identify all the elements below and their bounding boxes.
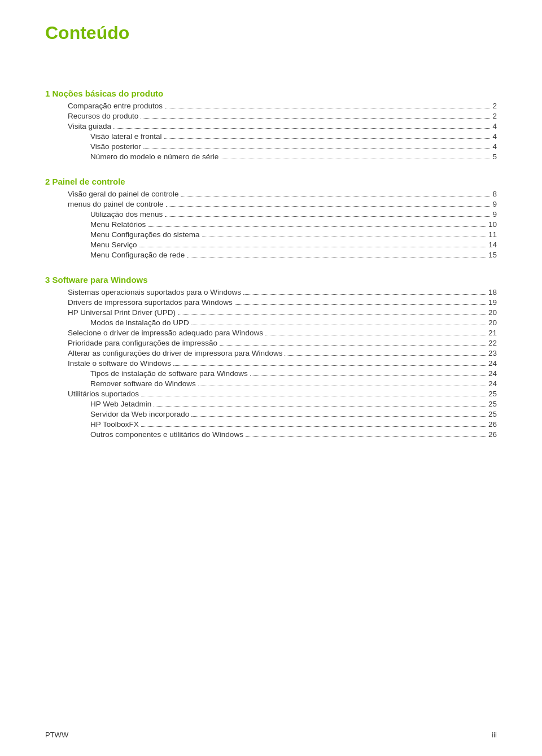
toc-entry: HP ToolboxFX26: [45, 420, 497, 429]
toc-dots: [243, 294, 486, 295]
toc-entry: Menu Configuração de rede15: [45, 251, 497, 259]
toc-dots: [265, 335, 486, 335]
toc-entry-label: Menu Configuração de rede: [90, 251, 185, 259]
toc-dots: [220, 345, 486, 346]
toc-page-number: 24: [488, 359, 497, 368]
toc-entry-label: Visita guiada: [68, 122, 111, 130]
toc-page-number: 14: [488, 241, 497, 249]
toc-entry-label: Instale o software do Windows: [68, 359, 171, 368]
toc-entry: Número do modelo e número de série5: [45, 152, 497, 161]
toc-dots: [191, 325, 486, 325]
footer: PTWW iii: [45, 731, 497, 739]
section-heading-3: 3 Software para Windows: [45, 275, 497, 285]
toc-section-2: 2 Painel de controleVisão geral do paine…: [45, 177, 497, 259]
toc-dots: [235, 304, 486, 305]
toc-entry: Prioridade para configurações de impress…: [45, 339, 497, 347]
toc-page-number: 15: [488, 251, 497, 259]
toc-dots: [165, 108, 490, 108]
toc-page-number: 24: [488, 379, 497, 388]
toc-page-number: 21: [488, 329, 497, 337]
toc-entry-label: Visão geral do painel de controle: [68, 190, 178, 198]
toc-entry: menus do painel de controle9: [45, 200, 497, 208]
toc-entry: Menu Configurações do sistema11: [45, 230, 497, 239]
toc-entry: Remover software do Windows24: [45, 379, 497, 388]
toc-entry-label: Visão lateral e frontal: [90, 132, 162, 141]
toc-entry: Modos de instalação do UPD20: [45, 318, 497, 327]
toc-entry-label: Comparação entre produtos: [68, 102, 163, 110]
footer-right: iii: [492, 731, 497, 739]
toc-dots: [139, 247, 486, 247]
toc-page-number: 4: [492, 132, 497, 141]
toc-page-number: 4: [492, 122, 497, 130]
toc-dots: [285, 355, 486, 356]
toc-page-number: 10: [488, 220, 497, 229]
toc-section-3: 3 Software para WindowsSistemas operacio…: [45, 275, 497, 439]
toc-section-1: 1 Noções básicas do produtoComparação en…: [45, 89, 497, 161]
toc-page-number: 11: [488, 230, 497, 239]
toc-dots: [113, 128, 490, 129]
toc-dots: [154, 406, 486, 407]
toc-dots: [250, 375, 486, 376]
toc-entry: Menu Relatórios10: [45, 220, 497, 229]
toc-entry: Visão lateral e frontal4: [45, 132, 497, 141]
toc-entry: Visita guiada4: [45, 122, 497, 130]
toc-page-number: 25: [488, 410, 497, 418]
toc-dots: [141, 426, 486, 427]
toc-page-number: 25: [488, 400, 497, 408]
toc-entry-label: Sistemas operacionais suportados para o …: [68, 288, 241, 296]
toc-entry-label: Menu Configurações do sistema: [90, 230, 200, 239]
toc-entry: Recursos do produto2: [45, 112, 497, 120]
toc-entry-label: Modos de instalação do UPD: [90, 318, 189, 327]
toc-entry: Servidor da Web incorporado25: [45, 410, 497, 418]
toc-entry: Comparação entre produtos2: [45, 102, 497, 110]
toc-dots: [187, 257, 486, 257]
toc-page-number: 20: [488, 308, 497, 317]
toc-dots: [141, 396, 486, 396]
toc-entry-label: Utilização dos menus: [90, 210, 163, 219]
toc-entry: HP Web Jetadmin25: [45, 400, 497, 408]
page-title: Conteúdo: [45, 23, 497, 43]
toc-entry-label: Recursos do produto: [68, 112, 138, 120]
toc-page-number: 9: [492, 210, 497, 219]
toc-page-number: 25: [488, 390, 497, 398]
toc-entry: Visão posterior4: [45, 142, 497, 151]
toc-entry-label: HP ToolboxFX: [90, 420, 139, 429]
toc-entry: Utilização dos menus9: [45, 210, 497, 219]
toc-page-number: 2: [492, 102, 497, 110]
toc-entry-label: Menu Relatórios: [90, 220, 146, 229]
toc-entry-label: Número do modelo e número de série: [90, 152, 218, 161]
toc-dots: [141, 118, 490, 119]
toc-dots: [178, 314, 486, 315]
toc-entry-label: Servidor da Web incorporado: [90, 410, 189, 418]
toc-entry-label: Selecione o driver de impressão adequado…: [68, 329, 263, 337]
toc-entry-label: Utilitários suportados: [68, 390, 139, 398]
toc-page-number: 26: [488, 420, 497, 429]
footer-left: PTWW: [45, 731, 68, 739]
toc-dots: [148, 226, 486, 227]
toc-dots: [165, 216, 490, 217]
toc-page-number: 22: [488, 339, 497, 347]
toc-entry: Sistemas operacionais suportados para o …: [45, 288, 497, 296]
toc-entry-label: HP Web Jetadmin: [90, 400, 151, 408]
toc-entry: Drivers de impressora suportados para Wi…: [45, 298, 497, 307]
toc-entry-label: menus do painel de controle: [68, 200, 164, 208]
toc-page-number: 23: [488, 349, 497, 357]
toc-dots: [143, 148, 491, 149]
toc-dots: [173, 365, 486, 366]
toc-page-number: 19: [488, 298, 497, 307]
toc-entry: Selecione o driver de impressão adequado…: [45, 329, 497, 337]
toc-entry-label: Visão posterior: [90, 142, 141, 151]
section-heading-2: 2 Painel de controle: [45, 177, 497, 186]
toc-entry: Outros componentes e utilitários do Wind…: [45, 430, 497, 439]
toc-entry-label: Menu Serviço: [90, 241, 137, 249]
toc-entry-label: Remover software do Windows: [90, 379, 196, 388]
toc-page-number: 5: [492, 152, 497, 161]
toc-entry-label: Drivers de impressora suportados para Wi…: [68, 298, 233, 307]
toc-entry: Menu Serviço14: [45, 241, 497, 249]
toc-dots: [246, 436, 486, 437]
toc-dots: [164, 138, 491, 139]
toc-entry: Alterar as configurações do driver de im…: [45, 349, 497, 357]
toc-dots: [202, 237, 486, 237]
toc-entry: Tipos de instalação de software para Win…: [45, 369, 497, 378]
toc-page-number: 20: [488, 318, 497, 327]
